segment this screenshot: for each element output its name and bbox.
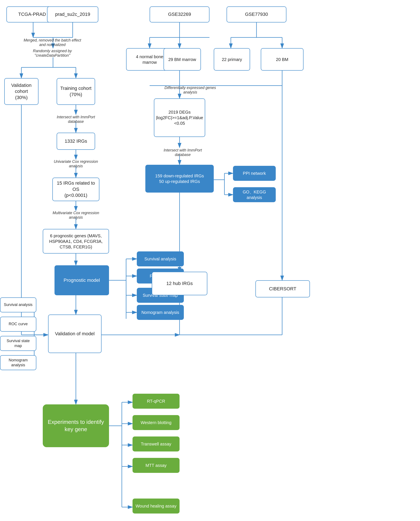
transwell-box: Transwell assay xyxy=(133,436,180,451)
cibersort-label: CIBERSORT xyxy=(269,286,296,292)
irg1332-box: 1332 IRGs xyxy=(57,133,95,150)
mtt-label: MTT assay xyxy=(146,463,167,468)
downup-irgs-box: 159 down-regulated IRGs 50 up-regulated … xyxy=(145,165,214,193)
survival-state-l-label: Survival state map xyxy=(3,338,33,349)
intersect-immport2-label: Intersect with ImmPort database xyxy=(156,148,210,157)
irg15-box: 15 IRGs related to OS (p<0.0001) xyxy=(52,178,99,201)
survival-analysis-l-label: Survival analysis xyxy=(4,302,32,307)
prognostic-model-label: Prognostic model xyxy=(64,277,100,283)
bm20-box: 20 BM xyxy=(261,48,304,71)
intersect-immport-label: Intersect with ImmPort database xyxy=(51,115,100,124)
primary22-label: 22 primary xyxy=(222,57,242,62)
transwell-label: Transwell assay xyxy=(141,441,172,447)
degs2019-label: 2019 DEGs |log2FC|>=1&adj.P.Value <0.05 xyxy=(156,109,203,126)
bm20-label: 20 BM xyxy=(276,57,288,62)
nomogram-r-label: Nomogram analysis xyxy=(142,310,179,315)
prad-label: prad_su2c_2019 xyxy=(55,11,90,17)
prognostic-genes-box: 6 prognostic genes (MAVS, HSP90AA1, CD4,… xyxy=(43,229,109,254)
multivariate-label: Multivariate Cox regression analysis xyxy=(47,211,105,220)
survival-analysis-r-box: Survival analysis xyxy=(137,251,184,266)
gse77930-label: GSE77930 xyxy=(245,11,268,17)
wound-box: Wound healing assay xyxy=(133,498,180,513)
mtt-box: MTT assay xyxy=(133,458,180,473)
validation-cohort-box: Validation cohort (30%) xyxy=(4,78,38,105)
univariate-label: Univariate Cox regression analysis xyxy=(49,159,103,168)
go-kegg-label: GO、KEGG analysis xyxy=(236,189,273,200)
irg1332-label: 1332 IRGs xyxy=(65,138,87,144)
gse77930-box: GSE77930 xyxy=(226,7,286,23)
prognostic-model-box: Prognostic model xyxy=(54,265,109,295)
validation-model-box: Validation of model xyxy=(48,315,102,353)
rt-qpcr-label: RT-qPCR xyxy=(147,398,165,404)
hub12-box: 12 hub IRGs xyxy=(152,272,207,295)
tcga-label: TCGA-PRAD xyxy=(18,11,46,17)
gse32269-label: GSE32269 xyxy=(168,11,191,17)
diagram: TCGA-PRAD prad_su2c_2019 Merged, removed… xyxy=(0,0,420,521)
nomogram-l-box: Nomogram analysis xyxy=(0,355,36,370)
nomogram-r-box: Nomogram analysis xyxy=(137,305,184,320)
nomogram-l-label: Nomogram analysis xyxy=(3,358,33,368)
training-cohort-label: Training cohort (70%) xyxy=(60,85,91,98)
primary22-box: 22 primary xyxy=(214,48,250,71)
gse32269-box: GSE32269 xyxy=(150,7,210,23)
randomly-label: Randomly assigned by "createDataPartitio… xyxy=(19,49,85,58)
training-cohort-box: Training cohort (70%) xyxy=(57,78,95,105)
western-label: Western blotting xyxy=(141,420,172,425)
survival-analysis-l-box: Survival analysis xyxy=(0,297,36,312)
validation-cohort-label: Validation cohort (30%) xyxy=(7,82,36,101)
experiments-label: Experiments to identify key gene xyxy=(48,419,104,433)
go-kegg-box: GO、KEGG analysis xyxy=(233,187,276,202)
ppi-label: PPI network xyxy=(243,171,266,176)
validation-model-label: Validation of model xyxy=(55,331,95,337)
roc-l-label: ROC curve xyxy=(8,322,28,327)
deg-analysis-label: Differentially expressed genes analysis xyxy=(160,86,220,94)
rt-qpcr-box: RT-qPCR xyxy=(133,394,180,409)
ppi-box: PPI network xyxy=(233,166,276,181)
merged-label: Merged, removed the batch effect and nor… xyxy=(21,38,83,47)
bm-marrow-box: 29 BM marrow xyxy=(164,48,201,71)
roc-l-box: ROC curve xyxy=(0,317,36,332)
degs2019-box: 2019 DEGs |log2FC|>=1&adj.P.Value <0.05 xyxy=(154,98,205,137)
irg15-label: 15 IRGs related to OS (p<0.0001) xyxy=(55,180,96,199)
downup-irgs-label: 159 down-regulated IRGs 50 up-regulated … xyxy=(155,173,204,184)
bm-marrow-label: 29 BM marrow xyxy=(168,57,196,62)
wound-label: Wound healing assay xyxy=(136,503,177,509)
prad-box: prad_su2c_2019 xyxy=(47,7,98,23)
survival-analysis-r-label: Survival analysis xyxy=(144,256,176,262)
cibersort-box: CIBERSORT xyxy=(255,280,310,297)
survival-state-l-box: Survival state map xyxy=(0,336,36,351)
experiments-box: Experiments to identify key gene xyxy=(43,404,109,447)
hub12-label: 12 hub IRGs xyxy=(166,280,193,287)
prognostic-genes-label: 6 prognostic genes (MAVS, HSP90AA1, CD4,… xyxy=(46,233,106,250)
western-box: Western blotting xyxy=(133,415,180,430)
